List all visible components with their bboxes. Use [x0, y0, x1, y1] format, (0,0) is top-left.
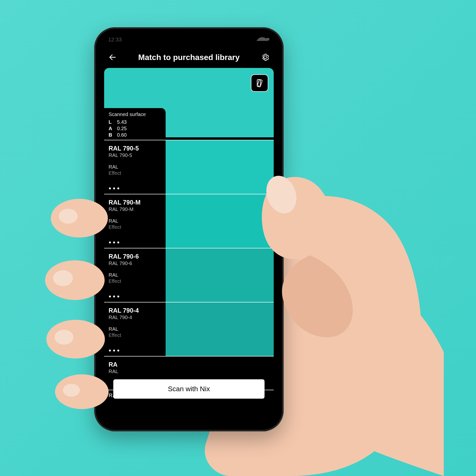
scan-button[interactable]: Scan with Nix [113, 379, 265, 399]
match-swatch [166, 140, 274, 194]
status-icons [256, 36, 270, 43]
back-button[interactable] [107, 52, 118, 63]
lab-l-label: L [109, 119, 113, 125]
match-name: RAL 790-5 [109, 145, 161, 152]
swatch-fan-button[interactable] [251, 74, 268, 92]
status-time: 12:33 [108, 36, 122, 43]
match-finish: Effect [109, 170, 161, 176]
match-system: RAL [109, 326, 161, 332]
match-finish: Effect [109, 224, 161, 230]
match-row[interactable]: RAL 790-M RAL 790-M RAL Effect ●●● [104, 194, 274, 248]
match-code: RAL [109, 369, 161, 374]
match-system: RAL [109, 218, 161, 224]
match-swatch [166, 248, 274, 302]
match-system: RAL [109, 272, 161, 278]
match-code: RAL 790-M [109, 207, 161, 212]
lab-b-value: 0.60 [117, 132, 127, 138]
settings-button[interactable] [260, 52, 271, 63]
fan-deck-icon [255, 78, 264, 88]
match-name: RA [109, 361, 161, 368]
match-system: RAL [109, 164, 161, 170]
back-arrow-icon [108, 53, 117, 61]
match-swatch [166, 302, 274, 356]
more-button[interactable]: ●●● [109, 186, 161, 191]
app-header: Match to purchased library [100, 47, 278, 68]
match-swatch [166, 194, 274, 248]
more-button[interactable]: ●●● [109, 240, 161, 245]
svg-point-11 [63, 384, 80, 397]
more-button[interactable]: ●●● [109, 294, 161, 299]
svg-point-9 [55, 330, 73, 345]
status-bar: 12:33 [100, 33, 278, 47]
content-area: Scanned surface L5.43 A0.25 B0.60 D50/2"… [100, 68, 278, 426]
scanned-title: Scanned surface [109, 112, 161, 117]
match-code: RAL 790-4 [109, 315, 161, 320]
match-row[interactable]: RAL 790-5 RAL 790-5 RAL Effect ●●● [104, 140, 274, 194]
phone-screen: 12:33 Match to purchased library [100, 33, 278, 426]
lab-l-value: 5.43 [117, 119, 127, 125]
match-name: RAL 790-6 [109, 253, 161, 260]
svg-point-5 [59, 209, 78, 224]
svg-point-7 [53, 270, 73, 286]
svg-rect-2 [257, 79, 262, 87]
match-code: RAL 790-5 [109, 152, 161, 158]
lab-a-label: A [109, 125, 113, 132]
svg-point-3 [258, 85, 259, 86]
match-finish: Effect [109, 332, 161, 338]
match-finish: Effect [109, 278, 161, 284]
lab-b-label: B [109, 132, 113, 138]
match-code: RAL 790-6 [109, 261, 161, 266]
phone-frame: 12:33 Match to purchased library [94, 27, 284, 431]
page-title: Match to purchased library [123, 53, 255, 62]
match-row[interactable]: RAL 790-6 RAL 790-6 RAL Effect ●●● [104, 248, 274, 302]
gear-icon [261, 53, 269, 61]
match-row[interactable]: RAL 790-4 RAL 790-4 RAL Effect ●●● [104, 302, 274, 356]
more-button[interactable]: ●●● [109, 348, 161, 353]
match-name: RAL 790-M [109, 199, 161, 206]
lab-a-value: 0.25 [117, 125, 127, 132]
svg-rect-0 [266, 38, 269, 40]
match-name: RAL 790-4 [109, 307, 161, 314]
